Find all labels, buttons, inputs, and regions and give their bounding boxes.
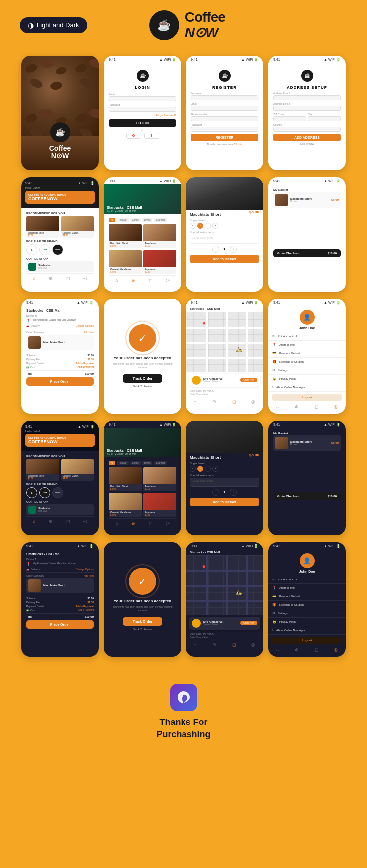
dark-status-btn[interactable]: Order Now: [240, 621, 257, 625]
list-item[interactable]: Macchiato Short $3.00: [26, 216, 59, 238]
brand-2[interactable]: JAVA: [39, 244, 50, 255]
profile-nav[interactable]: ◎: [251, 642, 255, 647]
dark-shop-item[interactable]: Starbucks CSB Mall: [26, 504, 94, 515]
tab-espresso[interactable]: Espresso: [154, 218, 167, 222]
status-btn[interactable]: Order Now: [240, 378, 257, 382]
search-nav[interactable]: ⊕: [212, 399, 216, 404]
email-field[interactable]: Email: [109, 93, 176, 101]
home-nav[interactable]: ⌂: [115, 521, 118, 526]
tab-drinks[interactable]: Drinks: [142, 218, 153, 222]
qty-increase[interactable]: +: [230, 246, 237, 253]
menu-address[interactable]: 📍 Address Info ›: [268, 341, 346, 349]
search-nav[interactable]: ⊕: [295, 404, 299, 409]
list-item[interactable]: Espresso $3.50: [143, 493, 176, 517]
add-to-basket-button[interactable]: Add to Basket: [190, 255, 259, 263]
profile-nav[interactable]: ◎: [166, 278, 170, 283]
list-item[interactable]: Macchiato Short $3.00: [26, 459, 59, 481]
tab-drinks[interactable]: Drinks: [142, 461, 153, 465]
qty-decrease[interactable]: −: [212, 489, 219, 496]
search-nav[interactable]: ⊕: [49, 519, 53, 524]
tab-coffee[interactable]: Coffee: [130, 461, 141, 465]
checkout-button[interactable]: Go to Checkout $10.00: [273, 249, 341, 257]
register-button[interactable]: REGISTER: [191, 134, 258, 141]
zip-field[interactable]: ZIP Code: [273, 113, 306, 121]
google-login[interactable]: G: [126, 133, 141, 139]
dark-back-home[interactable]: Back To Home: [133, 628, 152, 631]
dark-instructions[interactable]: E.g. No sugar, please: [190, 478, 259, 487]
sugar-opt-2[interactable]: 2: [205, 466, 211, 472]
password-field[interactable]: Password: [109, 103, 176, 112]
basket-nav[interactable]: ◻: [232, 399, 236, 404]
search-nav[interactable]: ⊕: [212, 642, 216, 647]
menu-privacy[interactable]: 🔒 Privacy Policy ›: [268, 375, 346, 383]
sugar-opt-3[interactable]: 3: [212, 223, 218, 229]
sugar-opt-1[interactable]: 1: [197, 466, 203, 472]
basket-nav[interactable]: ◻: [149, 521, 152, 526]
dark-menu-edit[interactable]: ✏ Edit Account Info ›: [268, 576, 346, 584]
track-order-button[interactable]: Track Order: [123, 374, 162, 383]
back-home-button[interactable]: Back To Home: [133, 385, 152, 388]
list-item[interactable]: Americano $3.00: [143, 224, 176, 248]
tab-popular[interactable]: Popular: [117, 461, 129, 465]
basket-nav[interactable]: ◻: [315, 647, 318, 652]
profile-nav[interactable]: ◎: [83, 276, 87, 281]
reg-password-field[interactable]: Password: [191, 123, 258, 132]
tab-all[interactable]: All: [109, 461, 115, 465]
dark-track-button[interactable]: Track Order: [123, 617, 162, 626]
sugar-opt-1[interactable]: 1: [197, 223, 203, 229]
home-nav[interactable]: ⌂: [276, 647, 279, 652]
city-field[interactable]: City: [308, 113, 341, 121]
home-nav[interactable]: ⌂: [33, 519, 35, 524]
tab-popular[interactable]: Popular: [117, 218, 129, 222]
home-nav[interactable]: ⌂: [194, 399, 196, 404]
tab-all[interactable]: All: [109, 218, 115, 222]
menu-edit-account[interactable]: ✏ Edit Account Info ›: [268, 332, 346, 341]
basket-nav[interactable]: ◻: [232, 642, 236, 647]
add-address-button[interactable]: ADD ADDRESS: [273, 134, 341, 141]
profile-nav[interactable]: ◎: [83, 519, 87, 524]
addr1-field[interactable]: Address Line 1: [273, 92, 341, 100]
home-nav[interactable]: ⌂: [33, 276, 35, 281]
reg-email-field[interactable]: Email: [191, 102, 258, 111]
addr2-field[interactable]: Address Line 2: [273, 102, 341, 111]
list-item[interactable]: Espresso $3.50: [143, 250, 176, 274]
shop-item[interactable]: Starbucks CSB Mall: [26, 261, 94, 272]
light-dark-toggle[interactable]: ◑ Light and Dark: [20, 17, 87, 33]
list-item[interactable]: Caramel Macch. $4.00: [61, 216, 94, 238]
country-field[interactable]: Country ▼: [273, 123, 341, 132]
phone-field[interactable]: Phone Number: [191, 113, 258, 121]
search-nav[interactable]: ⊕: [295, 647, 299, 652]
menu-settings[interactable]: ⚙ Settings ›: [268, 366, 346, 375]
surname-field[interactable]: Surname: [191, 92, 258, 100]
dark-menu-rewards[interactable]: 🎁 Rewards or Coupon ›: [268, 601, 346, 609]
search-nav[interactable]: ⊕: [49, 276, 53, 281]
instructions-input[interactable]: E.g. No sugar, please: [190, 235, 259, 244]
sugar-opt-3[interactable]: 3: [212, 466, 218, 472]
dark-place-order[interactable]: Place Order: [26, 620, 94, 629]
place-order-button[interactable]: Place Order: [26, 377, 94, 386]
home-nav[interactable]: ⌂: [276, 404, 279, 409]
list-item[interactable]: Macchiato Short $3.00: [109, 467, 142, 491]
list-item[interactable]: Caramel Macchiato $4.00: [109, 250, 142, 274]
sugar-opt-0[interactable]: 0: [190, 466, 196, 472]
list-item[interactable]: Caramel Macch. $4.00: [61, 459, 94, 481]
brand-3[interactable]: MOB: [52, 244, 63, 255]
list-item[interactable]: Macchiato Short $3.00: [109, 224, 142, 248]
menu-rewards[interactable]: 🎁 Rewards or Coupon ›: [268, 358, 346, 366]
qty-increase[interactable]: +: [230, 489, 237, 496]
dark-checkout-button[interactable]: Go to Checkout $10.00: [273, 492, 341, 500]
dark-menu-payment[interactable]: 💳 Payment Method ›: [268, 592, 346, 601]
logout-button[interactable]: Logout: [272, 394, 342, 401]
dark-menu-settings[interactable]: ⚙ Settings ›: [268, 609, 346, 618]
dark-menu-privacy[interactable]: 🔒 Privacy Policy ›: [268, 618, 346, 626]
change-options[interactable]: Change Options: [76, 324, 94, 327]
dark-menu-address[interactable]: 📍 Address Info ›: [268, 584, 346, 592]
tab-espresso[interactable]: Espresso: [154, 461, 167, 465]
forgot-link[interactable]: Forgot Password?: [109, 114, 176, 117]
profile-nav[interactable]: ◎: [334, 404, 338, 409]
profile-nav[interactable]: ◎: [334, 647, 338, 652]
profile-nav[interactable]: ◎: [251, 399, 255, 404]
home-nav[interactable]: ⌂: [115, 278, 118, 283]
sugar-opt-2[interactable]: 2: [205, 223, 211, 229]
menu-payment[interactable]: 💳 Payment Method ›: [268, 349, 346, 358]
